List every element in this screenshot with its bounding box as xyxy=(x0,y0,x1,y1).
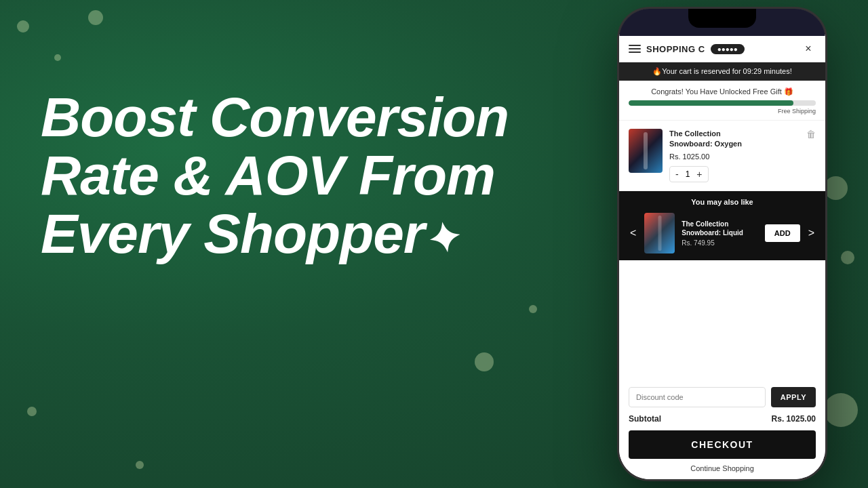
timer-text: 🔥Your cart is reserved for 09:29 minutes… xyxy=(652,67,792,75)
subtotal-label: Subtotal xyxy=(629,414,661,424)
sparkle-icon: ✦ xyxy=(424,215,464,263)
recommendations-section: You may also like < The Collection Snowb… xyxy=(619,191,825,260)
cart-header: SHOPPING C ●●●●● × xyxy=(619,35,825,62)
subtotal-row: Subtotal Rs. 1025.00 xyxy=(629,414,816,424)
progress-bar-fill xyxy=(629,100,793,106)
rec-details: The Collection Snowboard: Liquid Rs. 749… xyxy=(682,220,757,247)
cart-bottom: APPLY Subtotal Rs. 1025.00 CHECKOUT Cont… xyxy=(619,380,825,479)
dot-4 xyxy=(27,407,37,416)
phone-wrapper: SHOPPING C ●●●●● × 🔥Your cart is reserve… xyxy=(617,7,827,481)
phone-notch xyxy=(688,9,756,28)
qty-value: 1 xyxy=(686,169,690,179)
timer-bar: 🔥Your cart is reserved for 09:29 minutes… xyxy=(619,62,825,81)
headline-line3: Every Shopper xyxy=(41,203,425,264)
headline-line2: Rate & AOV From xyxy=(41,144,495,206)
phone-frame: SHOPPING C ●●●●● × 🔥Your cart is reserve… xyxy=(617,7,827,481)
rec-next-button[interactable]: > xyxy=(807,227,816,239)
dot-8 xyxy=(841,251,854,264)
rec-image xyxy=(644,213,675,253)
progress-bar-bg xyxy=(629,100,816,106)
cart-item: The Collection Snowboard: Oxygen Rs. 102… xyxy=(619,121,825,191)
headline-line1: Boost Conversion xyxy=(41,86,509,148)
item-details: The Collection Snowboard: Oxygen Rs. 102… xyxy=(669,129,800,182)
continue-shopping-link[interactable]: Continue Shopping xyxy=(629,464,816,472)
cart-ui: SHOPPING C ●●●●● × 🔥Your cart is reserve… xyxy=(619,35,825,479)
dot-2 xyxy=(54,54,61,61)
subtotal-amount: Rs. 1025.00 xyxy=(772,414,816,424)
rec-item: < The Collection Snowboard: Liquid Rs. 7… xyxy=(629,213,816,253)
headline: Boost Conversion Rate & AOV From Every S… xyxy=(41,88,536,263)
rec-price: Rs. 749.95 xyxy=(682,239,757,247)
rec-prev-button[interactable]: < xyxy=(629,227,637,239)
dot-12 xyxy=(529,305,537,313)
discount-code-input[interactable] xyxy=(629,387,766,407)
rec-title: You may also like xyxy=(629,198,816,206)
free-shipping-label: Free Shipping xyxy=(629,108,816,115)
item-image xyxy=(629,129,663,173)
add-to-cart-button[interactable]: ADD xyxy=(765,224,800,242)
hamburger-icon xyxy=(629,45,641,53)
cart-header-left: SHOPPING C ●●●●● xyxy=(629,44,745,54)
dot-3 xyxy=(88,10,103,25)
gift-section: Congrats! You Have Unlocked Free Gift 🎁 … xyxy=(619,81,825,121)
rec-name: The Collection Snowboard: Liquid xyxy=(682,220,757,237)
item-name: The Collection Snowboard: Oxygen xyxy=(669,129,800,150)
dot-5 xyxy=(475,352,494,371)
discount-row: APPLY xyxy=(629,387,816,407)
cart-badge: ●●●●● xyxy=(711,44,745,54)
checkout-button[interactable]: CHECKOUT xyxy=(629,430,816,459)
qty-plus-button[interactable]: + xyxy=(696,169,702,180)
qty-controls: - 1 + xyxy=(669,166,709,182)
gift-text: Congrats! You Have Unlocked Free Gift 🎁 xyxy=(629,87,816,96)
trash-icon[interactable]: 🗑 xyxy=(806,129,816,140)
item-price: Rs. 1025.00 xyxy=(669,152,800,161)
phone-top-bar xyxy=(619,9,825,36)
dot-7 xyxy=(824,176,848,200)
left-content: Boost Conversion Rate & AOV From Every S… xyxy=(41,88,536,263)
qty-minus-button[interactable]: - xyxy=(675,169,679,180)
dot-6 xyxy=(136,461,144,469)
dot-1 xyxy=(17,20,29,33)
cart-title: SHOPPING C xyxy=(646,44,705,54)
apply-button[interactable]: APPLY xyxy=(771,387,816,407)
dot-9 xyxy=(824,393,858,427)
close-button[interactable]: × xyxy=(801,41,816,56)
